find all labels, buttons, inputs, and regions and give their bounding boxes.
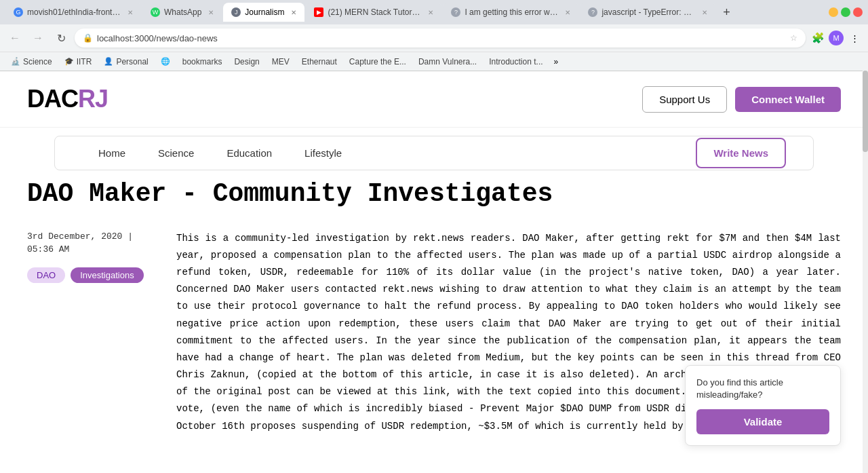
new-tab-button[interactable]: + (717, 3, 736, 22)
maximize-button[interactable] (841, 7, 850, 17)
bookmark-mev[interactable]: MEV (267, 56, 295, 68)
bookmark-personal[interactable]: 👤 Personal (98, 56, 153, 68)
tab-whatsapp[interactable]: W WhatsApp ✕ (142, 3, 222, 22)
address-bar[interactable]: 🔒 localhost:3000/news/dao-news ☆ (75, 29, 806, 48)
bookmark-iitr[interactable]: 🎓 IITR (59, 56, 98, 68)
design-label: Design (234, 57, 259, 67)
tab-close-mern[interactable]: ✕ (428, 9, 433, 16)
bookmark-design[interactable]: Design (229, 56, 264, 68)
navigation-bar: ← → ↻ 🔒 localhost:3000/news/dao-news ☆ 🧩… (0, 24, 868, 52)
nav-menu: Home Science Education Lifestyle Write N… (54, 136, 814, 170)
tag-investigations[interactable]: Investigations (71, 267, 144, 283)
tab-close-journalism[interactable]: ✕ (291, 9, 296, 16)
bookmark-damn[interactable]: Damn Vulnera... (413, 56, 482, 68)
tab-close-github[interactable]: ✕ (127, 9, 133, 16)
article-meta: 3rd December, 2020 | 05:36 AM DAO Invest… (27, 230, 163, 283)
back-button[interactable]: ← (5, 29, 24, 48)
scrollbar-thumb[interactable] (863, 71, 868, 152)
site-header: DACRJ Support Us Connect Wallet (0, 71, 868, 128)
page-wrapper: DACRJ Support Us Connect Wallet Home Sci… (0, 71, 868, 473)
validate-question: Do you find this article misleading/fake… (696, 377, 829, 401)
header-buttons: Support Us Connect Wallet (642, 86, 841, 113)
damn-label: Damn Vulnera... (418, 57, 477, 67)
bookmark-ethernaut[interactable]: Ethernaut (296, 56, 342, 68)
scrollbar[interactable] (863, 71, 868, 473)
connect-wallet-button[interactable]: Connect Wallet (735, 87, 841, 112)
bookmarks-label: bookmarks (182, 57, 222, 67)
bookmark-chrome[interactable]: 🌐 (155, 56, 176, 67)
tab-close-error[interactable]: ✕ (565, 9, 570, 16)
ethernaut-label: Ethernaut (302, 57, 337, 67)
nav-menu-container: Home Science Education Lifestyle Write N… (27, 136, 841, 170)
lock-icon: 🔒 (83, 33, 93, 43)
nav-menu-items: Home Science Education Lifestyle (82, 136, 696, 170)
chrome-favicon: 🌐 (161, 57, 170, 66)
extensions-icon[interactable]: 🧩 (810, 30, 826, 46)
bookmark-more[interactable]: » (550, 56, 563, 68)
capture-label: Capture the E... (349, 57, 406, 67)
tab-label-github: movish01/ethIndia-front-c... (27, 7, 121, 17)
logo-dac: DAC (27, 85, 78, 113)
menu-icon[interactable]: ⋮ (846, 30, 863, 46)
tab-close-typeerror[interactable]: ✕ (702, 9, 707, 16)
tab-label-typeerror: javascript - TypeError: Fail... (601, 7, 695, 17)
bookmark-intro[interactable]: Introduction t... (484, 56, 548, 68)
nav-lifestyle[interactable]: Lifestyle (288, 136, 358, 170)
tab-label-mern: (21) MERN Stack Tutorial #... (328, 7, 421, 17)
bookmark-science[interactable]: 🔬 Science (5, 56, 58, 68)
browser-chrome: G movish01/ethIndia-front-c... ✕ W Whats… (0, 0, 868, 71)
nav-home[interactable]: Home (82, 136, 142, 170)
nav-education[interactable]: Education (210, 136, 288, 170)
tab-typeerror[interactable]: ? javascript - TypeError: Fail... ✕ (580, 3, 715, 22)
tab-error[interactable]: ? I am getting this error whe... ✕ (443, 3, 578, 22)
bookmark-capture[interactable]: Capture the E... (344, 56, 412, 68)
forward-button[interactable]: → (28, 29, 47, 48)
bookmark-science-label: Science (23, 57, 52, 67)
bookmark-iitr-label: IITR (77, 57, 92, 67)
validate-button[interactable]: Validate (696, 409, 829, 434)
tag-dao[interactable]: DAO (27, 267, 65, 283)
tab-label-error: I am getting this error whe... (465, 7, 558, 17)
article-date: 3rd December, 2020 | 05:36 AM (27, 230, 149, 257)
logo-rj: RJ (78, 85, 108, 113)
close-window-button[interactable] (853, 7, 863, 17)
support-us-button[interactable]: Support Us (642, 86, 727, 113)
tab-bar: G movish01/ethIndia-front-c... ✕ W Whats… (0, 0, 868, 24)
nav-science[interactable]: Science (142, 136, 210, 170)
bookmarks-bar: 🔬 Science 🎓 IITR 👤 Personal 🌐 bookmarks … (0, 52, 868, 71)
reload-button[interactable]: ↻ (52, 29, 71, 48)
bookmark-personal-label: Personal (116, 57, 148, 67)
bookmark-bookmarks[interactable]: bookmarks (177, 56, 228, 68)
personal-favicon: 👤 (104, 57, 113, 66)
address-text[interactable]: localhost:3000/news/dao-news (97, 33, 786, 43)
tab-journalism[interactable]: J Journalism ✕ (223, 3, 304, 22)
minimize-button[interactable] (829, 7, 838, 17)
mev-label: MEV (272, 57, 290, 67)
write-news-button[interactable]: Write News (696, 138, 786, 168)
tab-close-whatsapp[interactable]: ✕ (208, 9, 214, 16)
profile-icon[interactable]: M (829, 31, 844, 45)
iitr-favicon: 🎓 (64, 57, 74, 66)
tag-container: DAO Investigations (27, 267, 149, 283)
browser-nav-icons: 🧩 M ⋮ (810, 30, 863, 46)
validate-popup: Do you find this article misleading/fake… (685, 365, 841, 446)
science-favicon: 🔬 (11, 57, 20, 66)
tab-label-journalism: Journalism (245, 7, 284, 17)
tab-mern[interactable]: ▶ (21) MERN Stack Tutorial #... ✕ (306, 3, 441, 22)
site-logo[interactable]: DACRJ (27, 85, 108, 113)
star-icon[interactable]: ☆ (790, 33, 797, 43)
tab-label-whatsapp: WhatsApp (164, 7, 201, 17)
article-title: DAO Maker - Community Investigates (27, 178, 841, 210)
tab-github[interactable]: G movish01/ethIndia-front-c... ✕ (5, 3, 141, 22)
intro-label: Introduction t... (489, 57, 542, 67)
